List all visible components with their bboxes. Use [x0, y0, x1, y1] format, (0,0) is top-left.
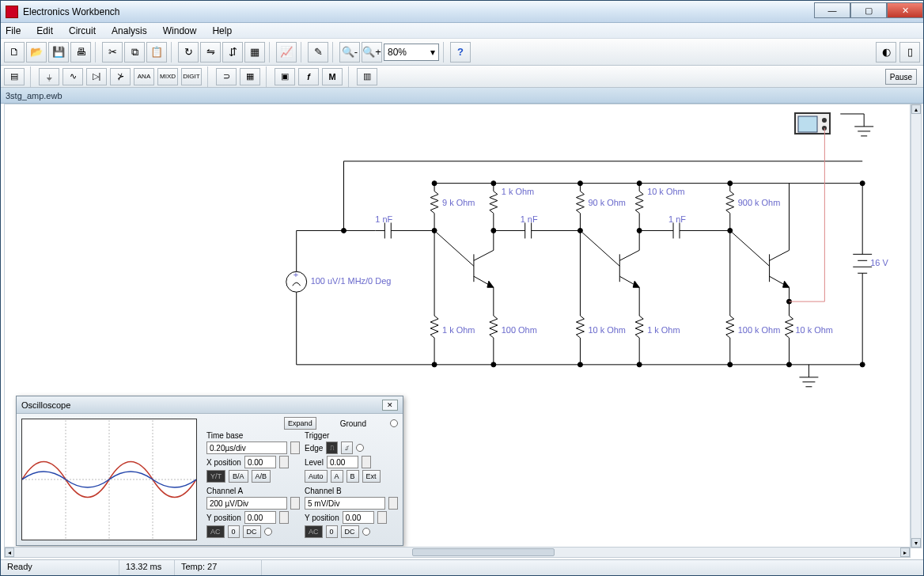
scope-close-icon[interactable]: ✕ — [382, 400, 398, 411]
c3-label: 1 nF — [668, 214, 686, 224]
cha-radio[interactable] — [264, 528, 272, 536]
horizontal-scrollbar[interactable]: ◂ ▸ — [4, 547, 911, 558]
new-icon[interactable]: 🗋 — [4, 42, 25, 63]
scroll-right-icon[interactable]: ▸ — [900, 548, 910, 557]
mixed-icon[interactable]: MIXD — [157, 68, 178, 85]
timebase-spin[interactable] — [290, 441, 300, 454]
svg-marker-69 — [783, 281, 790, 287]
edge-rise-button[interactable]: ⎍ — [326, 441, 338, 454]
r10-label: 100 k Ohm — [738, 325, 781, 335]
cha-field[interactable]: 200 µV/Div — [206, 497, 287, 510]
menu-help[interactable]: Help — [212, 25, 232, 36]
ypa-spin[interactable] — [279, 511, 289, 524]
rotate-icon[interactable]: ↻ — [178, 42, 199, 63]
edge-fall-button[interactable]: ⎎ — [341, 441, 353, 454]
subckt-icon[interactable]: ▦ — [244, 42, 265, 63]
xpos-spin[interactable] — [279, 456, 289, 468]
m-icon[interactable]: M — [322, 68, 343, 85]
print-icon[interactable]: 🖶 — [70, 42, 91, 63]
indicator-icon[interactable]: ▦ — [240, 68, 260, 85]
schematic-canvas[interactable]: + — [4, 104, 911, 558]
misc-icon[interactable]: f — [298, 68, 319, 85]
chb-field[interactable]: 5 mV/Div — [305, 497, 385, 510]
menu-edit[interactable]: Edit — [36, 25, 53, 36]
switch-icon[interactable]: ◐ — [876, 42, 896, 63]
minimize-button[interactable]: — — [814, 2, 850, 18]
copy-icon[interactable]: ⧉ — [124, 42, 145, 63]
yt-button[interactable]: Y/T — [206, 470, 225, 483]
ypa-field[interactable]: 0.00 — [244, 511, 276, 524]
book-icon[interactable]: ▯ — [899, 42, 920, 63]
sources-icon[interactable]: ⏚ — [39, 68, 59, 85]
chb-spin[interactable] — [388, 497, 398, 510]
pause-button[interactable]: Pause — [885, 69, 917, 85]
document-tab[interactable]: 3stg_amp.ewb — [1, 88, 923, 104]
scroll-down-icon[interactable]: ▾ — [911, 538, 921, 548]
menu-circuit[interactable]: Circuit — [69, 25, 96, 36]
instruments-icon[interactable]: ▥ — [357, 68, 377, 85]
c1-label: 1 nF — [375, 214, 392, 224]
timebase-field[interactable]: 0.20µs/div — [206, 441, 287, 454]
props-icon[interactable]: ✎ — [308, 42, 328, 63]
diodes-icon[interactable]: ▷| — [86, 68, 107, 85]
cha-ac-button[interactable]: AC — [206, 525, 225, 538]
transistors-icon[interactable]: ⊁ — [110, 68, 131, 85]
favorites-icon[interactable]: ▤ — [4, 68, 25, 85]
scroll-left-icon[interactable]: ◂ — [5, 548, 14, 557]
chb-dc-button[interactable]: DC — [341, 525, 359, 538]
cha-zero-button[interactable]: 0 — [228, 525, 240, 538]
trig-b-button[interactable]: B — [346, 470, 359, 483]
menu-file[interactable]: File — [6, 25, 21, 36]
chb-radio[interactable] — [362, 528, 370, 536]
analog-icon[interactable]: ANA — [134, 68, 154, 85]
toolbar-parts: ▤ ⏚ ∿ ▷| ⊁ ANA MIXD DIGIT ⊃ ▦ ▣ f M ▥ — [1, 66, 923, 88]
horizontal-thumb[interactable] — [412, 548, 555, 556]
level-spin[interactable] — [362, 456, 371, 468]
trigger-radio[interactable] — [356, 444, 364, 452]
cha-dc-button[interactable]: DC — [243, 525, 261, 538]
ypb-field[interactable]: 0.00 — [343, 511, 374, 524]
graph-icon[interactable]: 📈 — [276, 42, 297, 63]
cut-icon[interactable]: ✂ — [102, 42, 123, 63]
help-icon[interactable]: ? — [450, 42, 471, 63]
ab-button[interactable]: A/B — [252, 470, 271, 483]
chb-ac-button[interactable]: AC — [305, 525, 323, 538]
save-icon[interactable]: 💾 — [48, 42, 69, 63]
scope-titlebar[interactable]: Oscilloscope ✕ — [17, 396, 403, 414]
svg-line-28 — [474, 250, 494, 260]
vertical-scrollbar[interactable]: ▴ ▾ — [911, 104, 922, 548]
zoomout-icon[interactable]: 🔍- — [339, 42, 360, 63]
ground-label: Ground — [340, 419, 366, 428]
cha-spin[interactable] — [290, 497, 300, 510]
control-icon[interactable]: ▣ — [275, 68, 295, 85]
zoom-select[interactable]: 80%▾ — [384, 44, 439, 61]
maximize-button[interactable]: ▢ — [850, 2, 887, 18]
svg-point-96 — [578, 228, 582, 233]
ext-button[interactable]: Ext — [362, 470, 381, 483]
zoomin-icon[interactable]: 🔍+ — [362, 42, 382, 63]
ba-button[interactable]: B/A — [229, 470, 248, 483]
fliph-icon[interactable]: ⇋ — [200, 42, 221, 63]
ypb-spin[interactable] — [377, 511, 387, 524]
expand-button[interactable]: Expand — [284, 417, 316, 430]
oscilloscope-window[interactable]: Oscilloscope ✕ Expand — [16, 396, 403, 546]
xpos-field[interactable]: 0.00 — [244, 456, 276, 468]
trig-a-button[interactable]: A — [331, 470, 343, 483]
close-button[interactable]: ✕ — [887, 2, 923, 18]
scroll-up-icon[interactable]: ▴ — [911, 104, 921, 114]
flipv-icon[interactable]: ⇵ — [222, 42, 243, 63]
digital-icon[interactable]: DIGIT — [181, 68, 202, 85]
level-field[interactable]: 0.00 — [327, 456, 358, 468]
svg-line-48 — [619, 250, 639, 260]
menu-analysis[interactable]: Analysis — [112, 25, 147, 36]
menu-window[interactable]: Window — [163, 25, 197, 36]
ground-radio[interactable] — [390, 419, 398, 427]
timebase-label: Time base — [206, 431, 300, 440]
svg-point-36 — [432, 362, 437, 367]
logic-icon[interactable]: ⊃ — [216, 68, 237, 85]
open-icon[interactable]: 📂 — [26, 42, 47, 63]
chb-zero-button[interactable]: 0 — [326, 525, 338, 538]
basic-icon[interactable]: ∿ — [62, 68, 83, 85]
auto-button[interactable]: Auto — [305, 470, 328, 483]
paste-icon[interactable]: 📋 — [146, 42, 167, 63]
